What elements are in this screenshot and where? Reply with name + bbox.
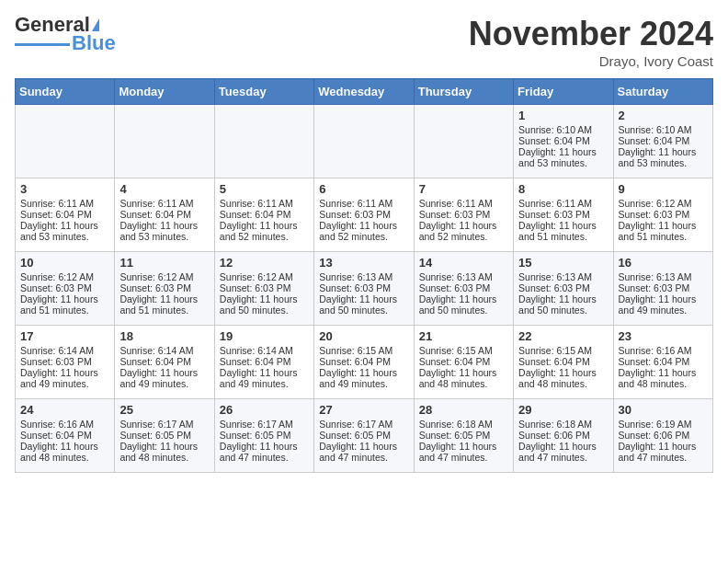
- daylight-text: Daylight: 11 hours and 47 minutes.: [419, 441, 508, 463]
- day-number: 18: [119, 329, 209, 343]
- daylight-text: Daylight: 11 hours and 52 minutes.: [220, 220, 309, 242]
- weekday-header-wednesday: Wednesday: [314, 79, 414, 105]
- sunset-text: Sunset: 6:03 PM: [319, 282, 408, 293]
- calendar-cell: 25Sunrise: 6:17 AMSunset: 6:05 PMDayligh…: [115, 399, 214, 473]
- calendar-cell: 22Sunrise: 6:15 AMSunset: 6:04 PMDayligh…: [514, 326, 613, 399]
- daylight-text: Daylight: 11 hours and 51 minutes.: [20, 293, 109, 316]
- sunset-text: Sunset: 6:04 PM: [319, 356, 408, 367]
- day-number: 21: [419, 329, 508, 343]
- daylight-text: Daylight: 11 hours and 47 minutes.: [319, 441, 408, 463]
- day-number: 1: [518, 109, 608, 122]
- week-row-3: 10Sunrise: 6:12 AMSunset: 6:03 PMDayligh…: [16, 252, 713, 326]
- sunrise-text: Sunrise: 6:19 AM: [619, 419, 708, 430]
- sunrise-text: Sunrise: 6:18 AM: [419, 419, 508, 430]
- daylight-text: Daylight: 11 hours and 53 minutes.: [518, 146, 608, 168]
- calendar-cell: 7Sunrise: 6:11 AMSunset: 6:03 PMDaylight…: [414, 178, 513, 252]
- sunset-text: Sunset: 6:03 PM: [119, 282, 209, 293]
- sunrise-text: Sunrise: 6:11 AM: [20, 198, 109, 209]
- day-number: 11: [119, 256, 209, 270]
- sunset-text: Sunset: 6:03 PM: [419, 282, 508, 293]
- sunrise-text: Sunrise: 6:12 AM: [20, 271, 109, 282]
- calendar-cell: 21Sunrise: 6:15 AMSunset: 6:04 PMDayligh…: [414, 326, 513, 399]
- sunset-text: Sunset: 6:04 PM: [220, 209, 309, 220]
- sunset-text: Sunset: 6:05 PM: [220, 430, 309, 441]
- calendar-cell: [115, 105, 214, 178]
- daylight-text: Daylight: 11 hours and 50 minutes.: [220, 293, 309, 316]
- sunrise-text: Sunrise: 6:11 AM: [419, 198, 508, 209]
- day-number: 22: [518, 329, 608, 343]
- sunrise-text: Sunrise: 6:13 AM: [619, 271, 708, 282]
- sunset-text: Sunset: 6:04 PM: [619, 356, 708, 367]
- week-row-2: 3Sunrise: 6:11 AMSunset: 6:04 PMDaylight…: [16, 178, 713, 252]
- daylight-text: Daylight: 11 hours and 49 minutes.: [20, 367, 109, 389]
- day-number: 14: [419, 256, 508, 270]
- sunrise-text: Sunrise: 6:11 AM: [518, 198, 608, 209]
- calendar-cell: 8Sunrise: 6:11 AMSunset: 6:03 PMDaylight…: [514, 178, 613, 252]
- weekday-header-saturday: Saturday: [613, 79, 712, 105]
- daylight-text: Daylight: 11 hours and 50 minutes.: [518, 293, 608, 316]
- calendar-cell: 13Sunrise: 6:13 AMSunset: 6:03 PMDayligh…: [314, 252, 414, 326]
- calendar-cell: 29Sunrise: 6:18 AMSunset: 6:06 PMDayligh…: [514, 399, 613, 473]
- day-number: 17: [20, 329, 109, 343]
- sunset-text: Sunset: 6:04 PM: [119, 356, 209, 367]
- calendar-cell: 30Sunrise: 6:19 AMSunset: 6:06 PMDayligh…: [613, 399, 712, 473]
- sunrise-text: Sunrise: 6:12 AM: [119, 271, 209, 282]
- day-number: 20: [319, 329, 408, 343]
- logo-blue: Blue: [72, 33, 116, 53]
- calendar-cell: 18Sunrise: 6:14 AMSunset: 6:04 PMDayligh…: [115, 326, 214, 399]
- day-number: 19: [220, 329, 309, 343]
- sunset-text: Sunset: 6:06 PM: [619, 430, 708, 441]
- sunset-text: Sunset: 6:05 PM: [419, 430, 508, 441]
- sunrise-text: Sunrise: 6:16 AM: [619, 345, 708, 356]
- sunset-text: Sunset: 6:04 PM: [518, 356, 608, 367]
- day-number: 25: [119, 403, 209, 417]
- sunrise-text: Sunrise: 6:13 AM: [518, 271, 608, 282]
- sunset-text: Sunset: 6:05 PM: [119, 430, 209, 441]
- calendar-cell: 23Sunrise: 6:16 AMSunset: 6:04 PMDayligh…: [613, 326, 712, 399]
- sunset-text: Sunset: 6:03 PM: [419, 209, 508, 220]
- sunrise-text: Sunrise: 6:15 AM: [518, 345, 608, 356]
- sunrise-text: Sunrise: 6:11 AM: [119, 198, 209, 209]
- day-number: 3: [20, 182, 109, 196]
- day-number: 7: [419, 182, 508, 196]
- daylight-text: Daylight: 11 hours and 53 minutes.: [20, 220, 109, 242]
- daylight-text: Daylight: 11 hours and 51 minutes.: [619, 220, 708, 242]
- calendar-cell: [214, 105, 313, 178]
- calendar-cell: 19Sunrise: 6:14 AMSunset: 6:04 PMDayligh…: [214, 326, 313, 399]
- calendar-cell: 9Sunrise: 6:12 AMSunset: 6:03 PMDaylight…: [613, 178, 712, 252]
- calendar-cell: [16, 105, 115, 178]
- weekday-header-thursday: Thursday: [414, 79, 513, 105]
- sunrise-text: Sunrise: 6:17 AM: [319, 419, 408, 430]
- day-number: 29: [518, 403, 608, 417]
- calendar-cell: 16Sunrise: 6:13 AMSunset: 6:03 PMDayligh…: [613, 252, 712, 326]
- sunset-text: Sunset: 6:03 PM: [319, 209, 408, 220]
- sunrise-text: Sunrise: 6:11 AM: [220, 198, 309, 209]
- sunrise-text: Sunrise: 6:16 AM: [20, 419, 109, 430]
- calendar-cell: 12Sunrise: 6:12 AMSunset: 6:03 PMDayligh…: [214, 252, 313, 326]
- week-row-4: 17Sunrise: 6:14 AMSunset: 6:03 PMDayligh…: [16, 326, 713, 399]
- calendar-cell: 5Sunrise: 6:11 AMSunset: 6:04 PMDaylight…: [214, 178, 313, 252]
- daylight-text: Daylight: 11 hours and 49 minutes.: [119, 367, 209, 389]
- sunset-text: Sunset: 6:03 PM: [518, 282, 608, 293]
- calendar-cell: 24Sunrise: 6:16 AMSunset: 6:04 PMDayligh…: [16, 399, 115, 473]
- location: Drayo, Ivory Coast: [469, 53, 713, 69]
- daylight-text: Daylight: 11 hours and 53 minutes.: [119, 220, 209, 242]
- calendar-cell: 2Sunrise: 6:10 AMSunset: 6:04 PMDaylight…: [613, 105, 712, 178]
- daylight-text: Daylight: 11 hours and 48 minutes.: [619, 367, 708, 389]
- week-row-5: 24Sunrise: 6:16 AMSunset: 6:04 PMDayligh…: [16, 399, 713, 473]
- calendar-cell: 15Sunrise: 6:13 AMSunset: 6:03 PMDayligh…: [514, 252, 613, 326]
- day-number: 24: [20, 403, 109, 417]
- sunrise-text: Sunrise: 6:14 AM: [220, 345, 309, 356]
- sunrise-text: Sunrise: 6:12 AM: [220, 271, 309, 282]
- day-number: 10: [20, 256, 109, 270]
- daylight-text: Daylight: 11 hours and 53 minutes.: [619, 146, 708, 168]
- calendar-cell: 28Sunrise: 6:18 AMSunset: 6:05 PMDayligh…: [414, 399, 513, 473]
- sunset-text: Sunset: 6:04 PM: [419, 356, 508, 367]
- day-number: 9: [619, 182, 708, 196]
- calendar-cell: [314, 105, 414, 178]
- sunrise-text: Sunrise: 6:18 AM: [518, 419, 608, 430]
- daylight-text: Daylight: 11 hours and 47 minutes.: [220, 441, 309, 463]
- day-number: 16: [619, 256, 708, 270]
- sunrise-text: Sunrise: 6:14 AM: [20, 345, 109, 356]
- sunset-text: Sunset: 6:05 PM: [319, 430, 408, 441]
